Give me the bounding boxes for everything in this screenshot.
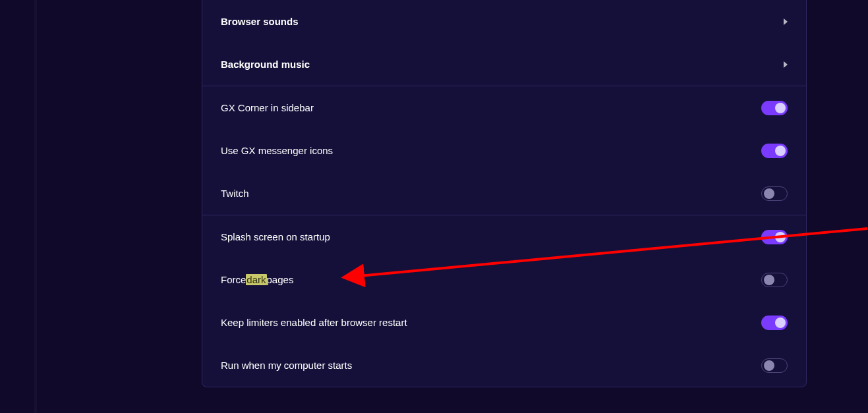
row-splash: Splash screen on startup	[202, 215, 806, 258]
row-background-music[interactable]: Background music	[202, 43, 806, 86]
keep-limiters-label: Keep limiters enabled after browser rest…	[221, 317, 407, 328]
browser-sounds-label: Browser sounds	[221, 16, 299, 27]
chevron-right-icon	[784, 18, 788, 25]
force-dark-label: Force dark pages	[221, 274, 293, 285]
gx-corner-label: GX Corner in sidebar	[221, 102, 314, 113]
section-gx: GX Corner in sidebar Use GX messenger ic…	[202, 86, 806, 215]
row-gx-corner: GX Corner in sidebar	[202, 86, 806, 129]
row-keep-limiters: Keep limiters enabled after browser rest…	[202, 301, 806, 344]
force-dark-post: pages	[267, 274, 294, 285]
row-twitch: Twitch	[202, 172, 806, 215]
toggle-run-on-start[interactable]	[761, 358, 788, 373]
gx-messenger-label: Use GX messenger icons	[221, 145, 333, 156]
twitch-label: Twitch	[221, 188, 249, 199]
toggle-splash[interactable]	[761, 230, 788, 244]
section-headers: Browser sounds Background music	[202, 0, 806, 86]
background-music-label: Background music	[221, 59, 310, 70]
force-dark-pre: Force	[221, 274, 246, 285]
toggle-twitch[interactable]	[761, 186, 788, 201]
settings-panel: Browser sounds Background music GX Corne…	[202, 0, 807, 387]
toggle-force-dark[interactable]	[761, 273, 788, 287]
row-browser-sounds[interactable]: Browser sounds	[202, 0, 806, 43]
section-startup: Splash screen on startup Force dark page…	[202, 215, 806, 387]
sidebar-divider	[34, 0, 37, 413]
row-gx-messenger: Use GX messenger icons	[202, 129, 806, 172]
splash-label: Splash screen on startup	[221, 231, 330, 242]
toggle-keep-limiters[interactable]	[761, 316, 788, 330]
toggle-gx-messenger[interactable]	[761, 144, 788, 158]
row-force-dark: Force dark pages	[202, 258, 806, 301]
search-highlight: dark	[246, 274, 266, 285]
toggle-gx-corner[interactable]	[761, 101, 788, 115]
run-on-start-label: Run when my computer starts	[221, 360, 352, 371]
row-run-on-start: Run when my computer starts	[202, 344, 806, 387]
chevron-right-icon	[784, 61, 788, 68]
